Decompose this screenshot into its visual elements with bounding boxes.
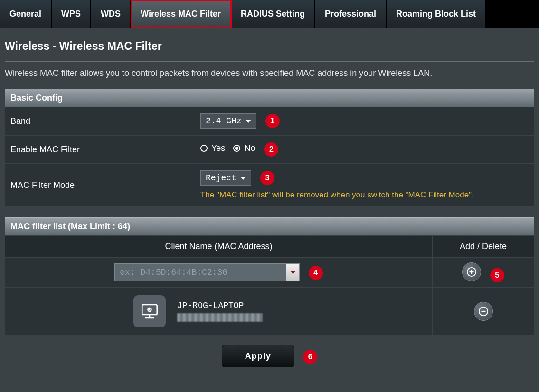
step-badge-5: 5 (490, 268, 504, 282)
band-select[interactable]: 2.4 GHz (200, 113, 256, 129)
col-client-name: Client Name (MAC Address) (5, 236, 433, 258)
tab-radius-setting[interactable]: RADIUS Setting (231, 0, 315, 28)
mac-filter-mode-value: Reject (206, 173, 236, 183)
enable-no-radio[interactable] (233, 145, 240, 152)
tab-bar: General WPS WDS Wireless MAC Filter RADI… (0, 0, 539, 28)
mac-filter-mode-select[interactable]: Reject (200, 170, 251, 186)
delete-button[interactable] (474, 302, 493, 321)
band-select-value: 2.4 GHz (206, 116, 242, 126)
device-mac-redacted (177, 313, 263, 322)
tab-roaming-block-list[interactable]: Roaming Block List (387, 0, 486, 28)
plus-icon (466, 267, 477, 277)
step-badge-4: 4 (309, 266, 323, 280)
divider (5, 61, 534, 62)
chevron-down-icon (240, 177, 246, 180)
enable-label: Enable MAC Filter (5, 136, 195, 164)
minus-icon (478, 306, 489, 317)
enable-yes-radio[interactable] (200, 145, 208, 152)
monitor-icon (140, 301, 160, 321)
table-row: JP-ROG-LAPTOP (5, 287, 534, 335)
section-mac-filter-list: MAC filter list (Max Limit : 64) (5, 217, 534, 235)
device-name: JP-ROG-LAPTOP (177, 301, 263, 310)
mac-address-input[interactable] (115, 264, 286, 281)
tab-general[interactable]: General (0, 0, 52, 28)
step-badge-3: 3 (260, 171, 274, 185)
apply-button[interactable]: Apply (222, 345, 294, 367)
page-title: Wireless - Wireless MAC Filter (5, 40, 534, 53)
tab-wps[interactable]: WPS (52, 0, 91, 28)
device-icon (133, 295, 166, 327)
add-button[interactable] (462, 262, 481, 281)
step-badge-6: 6 (303, 350, 317, 364)
tab-professional[interactable]: Professional (315, 0, 387, 28)
chevron-down-icon (246, 120, 251, 123)
mode-label: MAC Filter Mode (5, 164, 195, 207)
enable-yes-label: Yes (211, 143, 225, 153)
section-basic-config: Basic Config (5, 89, 534, 107)
tab-wireless-mac-filter[interactable]: Wireless MAC Filter (131, 0, 231, 28)
enable-no-label: No (244, 143, 255, 153)
mac-input-wrap (114, 263, 300, 281)
col-add-delete: Add / Delete (433, 236, 534, 258)
page-description: Wireless MAC filter allows you to contro… (5, 68, 534, 78)
step-badge-2: 2 (264, 142, 278, 157)
tab-wds[interactable]: WDS (91, 0, 131, 28)
mac-input-dropdown[interactable] (286, 264, 299, 281)
dropdown-triangle-icon (290, 271, 296, 274)
band-label: Band (5, 107, 195, 136)
mac-filter-mode-hint: The "MAC filter list" will be removed wh… (200, 190, 529, 200)
step-badge-1: 1 (265, 114, 280, 128)
